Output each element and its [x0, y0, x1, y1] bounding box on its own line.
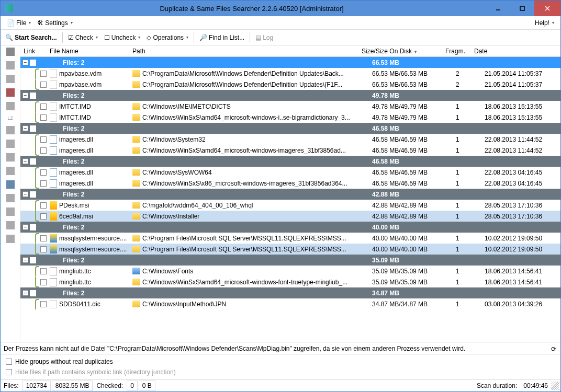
side-tool-6[interactable]: [6, 126, 15, 134]
menu-settings[interactable]: 🛠 Settings▾: [34, 18, 75, 28]
maximize-button[interactable]: [510, 1, 534, 16]
group-header[interactable]: −Files: 234.87 MB: [20, 287, 560, 298]
minimize-button[interactable]: [486, 1, 510, 16]
col-size[interactable]: Size/Size On Disk▼: [362, 48, 445, 55]
side-tool-5[interactable]: [6, 102, 15, 110]
results-grid[interactable]: −Files: 266.53 MBmpavbase.vdmC:\ProgramD…: [20, 57, 560, 342]
operations-button[interactable]: ◇ Operations▾: [144, 33, 191, 42]
file-checkbox[interactable]: [40, 103, 47, 110]
file-row[interactable]: imageres.dllC:\Windows\SysWOW6446.58 MB/…: [20, 167, 560, 178]
group-checkbox[interactable]: [30, 191, 36, 198]
side-tool-11[interactable]: [6, 194, 15, 202]
file-icon: [50, 267, 57, 275]
files-size: 8032.55 MB: [52, 381, 93, 391]
file-row[interactable]: IMTCT.IMDC:\Windows\IME\IMETC\DICTS49.78…: [20, 101, 560, 112]
collapse-icon[interactable]: −: [23, 191, 28, 197]
file-row[interactable]: SDDS0411.dicC:\Windows\InputMethod\JPN34…: [20, 298, 560, 309]
file-row[interactable]: mingliub.ttcC:\Windows\Fonts35.09 MB/35.…: [20, 266, 560, 276]
file-checkbox[interactable]: [40, 246, 47, 252]
col-link[interactable]: Link: [20, 48, 50, 55]
collapse-icon[interactable]: −: [23, 60, 28, 65]
file-row[interactable]: imageres.dllC:\Windows\WinSxS\x86_micros…: [20, 178, 560, 189]
file-row[interactable]: imageres.dllC:\Windows\System3246.58 MB/…: [20, 134, 560, 145]
file-row[interactable]: mpavbase.vdmC:\ProgramData\Microsoft\Win…: [20, 79, 560, 90]
col-filename[interactable]: File Name: [50, 48, 132, 55]
group-checkbox[interactable]: [30, 158, 36, 165]
file-fragm: 1: [456, 147, 485, 154]
file-checkbox[interactable]: [40, 169, 47, 176]
collapse-icon[interactable]: −: [23, 125, 28, 131]
collapse-icon[interactable]: −: [23, 224, 28, 230]
group-checkbox[interactable]: [30, 290, 36, 296]
collapse-icon[interactable]: −: [23, 257, 28, 263]
file-checkbox[interactable]: [40, 136, 47, 143]
file-row[interactable]: mingliub.ttcC:\Windows\WinSxS\amd64_micr…: [20, 276, 560, 287]
file-checkbox[interactable]: [40, 147, 47, 154]
find-icon: 🔎: [199, 34, 207, 41]
collapse-icon[interactable]: −: [23, 290, 28, 296]
collapse-icon[interactable]: −: [23, 93, 28, 98]
group-header[interactable]: −Files: 242.88 MB: [20, 189, 560, 200]
link-bracket: [35, 101, 39, 112]
file-checkbox[interactable]: [40, 235, 47, 241]
file-checkbox[interactable]: [40, 301, 47, 307]
side-tool-1[interactable]: [6, 48, 15, 56]
option-hide-groups[interactable]: Hide groups without real duplicates: [6, 358, 555, 365]
side-tool-14[interactable]: [6, 235, 15, 243]
file-checkbox[interactable]: [40, 202, 47, 209]
file-row[interactable]: 6ced9af.msiC:\Windows\Installer42.88 MB/…: [20, 211, 560, 222]
file-row[interactable]: mssqlsystemresource....C:\Program Files\…: [20, 233, 560, 244]
file-checkbox[interactable]: [40, 71, 47, 77]
sort-desc-icon: ▼: [413, 50, 418, 54]
check-button[interactable]: ☑ Check▾: [65, 33, 100, 42]
file-checkbox[interactable]: [40, 180, 47, 187]
uncheck-button[interactable]: ☐ Uncheck▾: [102, 33, 143, 42]
group-checkbox[interactable]: [30, 125, 36, 132]
side-tool-13[interactable]: [6, 221, 15, 229]
group-label: Files: 2: [50, 191, 132, 198]
side-tool-filter[interactable]: [6, 180, 15, 189]
group-header[interactable]: −Files: 240.00 MB: [20, 222, 560, 233]
file-checkbox[interactable]: [40, 114, 47, 121]
side-tool-3[interactable]: [6, 75, 15, 83]
group-checkbox[interactable]: [30, 224, 36, 230]
group-header[interactable]: −Files: 235.09 MB: [20, 255, 560, 266]
file-checkbox[interactable]: [40, 268, 47, 274]
files-label: Files:: [1, 382, 22, 389]
menu-file[interactable]: 📄 File▾: [4, 18, 34, 28]
group-header[interactable]: −Files: 249.78 MB: [20, 90, 560, 101]
checkbox-icon[interactable]: [6, 359, 12, 365]
close-button[interactable]: [534, 1, 560, 16]
side-tool-9[interactable]: [6, 167, 15, 175]
group-checkbox[interactable]: [30, 60, 36, 66]
file-row[interactable]: mpavbase.vdmC:\ProgramData\Microsoft\Win…: [20, 68, 560, 79]
file-checkbox[interactable]: [40, 279, 47, 285]
side-tool-delete[interactable]: [6, 88, 15, 97]
file-checkbox[interactable]: [40, 213, 47, 220]
file-row[interactable]: imageres.dllC:\Windows\WinSxS\amd64_micr…: [20, 145, 560, 156]
group-checkbox[interactable]: [30, 257, 36, 263]
file-row[interactable]: IMTCT.IMDC:\Windows\WinSxS\amd64_microso…: [20, 112, 560, 123]
col-date[interactable]: Date: [474, 48, 550, 55]
col-path[interactable]: Path: [132, 48, 362, 55]
group-checkbox[interactable]: [30, 93, 36, 99]
file-checkbox[interactable]: [40, 82, 47, 88]
log-button[interactable]: ▤ Log: [253, 33, 276, 42]
side-tool-2[interactable]: [6, 61, 15, 70]
collapse-icon[interactable]: −: [23, 158, 28, 164]
titlebar[interactable]: Duplicate & Same Files Searcher 2.2.6.40…: [1, 1, 560, 16]
group-header[interactable]: −Files: 266.53 MB: [20, 57, 560, 68]
file-row[interactable]: PDesk.msiC:\mgafold\wddm64_404_00_106_wh…: [20, 200, 560, 211]
find-in-list-button[interactable]: 🔎 Find in List...: [197, 33, 247, 42]
resize-grip[interactable]: [551, 382, 559, 390]
start-search-button[interactable]: 🔍 Start Search...: [3, 33, 60, 42]
link-bracket: [35, 145, 39, 156]
side-tool-8[interactable]: [6, 153, 15, 162]
file-row[interactable]: mssqlsystemresource....C:\Program Files\…: [20, 244, 560, 255]
col-fragm[interactable]: Fragm.: [445, 48, 474, 55]
menu-help[interactable]: Help!▾: [532, 18, 557, 28]
side-tool-12[interactable]: [6, 207, 15, 216]
group-header[interactable]: −Files: 246.58 MB: [20, 156, 560, 167]
group-header[interactable]: −Files: 246.58 MB: [20, 123, 560, 134]
side-tool-7[interactable]: [6, 140, 15, 148]
